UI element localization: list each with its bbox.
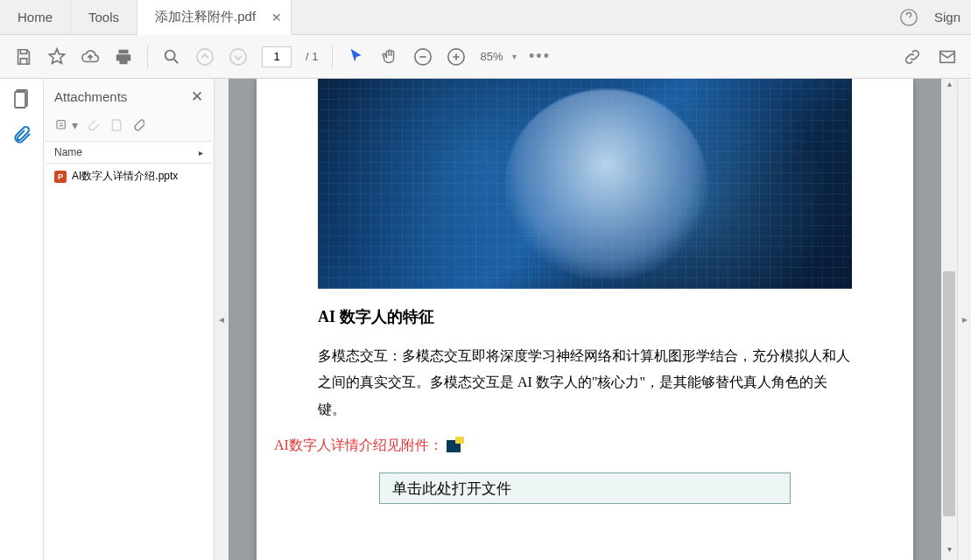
separator [332,45,333,69]
cloud-icon[interactable] [81,47,100,66]
zoom-in-icon[interactable] [447,47,466,66]
collapse-right-icon[interactable]: ▸ [957,79,971,560]
open-attachment-icon[interactable] [87,118,101,132]
hand-icon[interactable] [380,47,399,66]
zoom-out-icon[interactable] [413,47,433,66]
svg-point-1 [165,50,175,60]
powerpoint-file-icon: P [54,171,67,183]
document-viewport[interactable]: AI 数字人的特征 多模态交互：多模态交互即将深度学习神经网络和计算机图形学结合… [229,79,941,560]
doc-heading: AI 数字人的特征 [318,306,852,327]
add-attachment-icon[interactable] [132,118,146,132]
pdf-page: AI 数字人的特征 多模态交互：多模态交互即将深度学习神经网络和计算机图形学结合… [257,79,913,560]
thumbnails-icon[interactable] [11,88,32,108]
attachment-reference-label: AI数字人详情介绍见附件： [274,438,443,452]
save-icon[interactable] [14,47,33,66]
hero-image [318,79,852,289]
mail-icon[interactable] [938,47,957,66]
tab-tools[interactable]: Tools [71,0,137,35]
column-header-name[interactable]: Name ▸ [46,142,212,164]
star-icon[interactable] [47,47,67,66]
svg-point-2 [197,48,213,64]
sidepanel-title: Attachments [54,89,191,104]
tab-document[interactable]: 添加注释附件.pdf ✕ [137,0,292,35]
help-icon[interactable] [899,8,918,27]
signin-link[interactable]: Sign [934,10,960,24]
zoom-dropdown-icon[interactable]: ▾ [512,52,517,61]
attachment-filename: AI数字人详情介绍.pptx [72,169,178,184]
page-up-icon[interactable] [195,47,215,66]
zoom-value[interactable]: 85% [480,50,503,63]
svg-rect-9 [57,121,65,129]
scroll-up-icon[interactable]: ▴ [941,79,957,94]
search-icon[interactable] [162,47,181,66]
page-down-icon[interactable] [229,47,248,66]
svg-rect-8 [15,92,25,108]
page-total: / 1 [306,50,318,63]
page-number-input[interactable] [262,46,292,67]
scrollbar-thumb[interactable] [943,271,955,516]
close-icon[interactable]: ✕ [271,10,282,24]
tab-home[interactable]: Home [0,0,71,35]
print-icon[interactable] [114,47,133,66]
attachment-annotation-icon[interactable] [447,440,461,452]
pointer-icon[interactable] [347,47,366,66]
scroll-down-icon[interactable]: ▾ [941,544,957,560]
vertical-scrollbar[interactable]: ▴ ▾ [941,79,957,560]
attachment-list-item[interactable]: P AI数字人详情介绍.pptx [46,164,212,189]
attachment-icon[interactable] [11,124,32,145]
separator [147,45,148,69]
collapse-left-icon[interactable]: ◂ [215,79,229,560]
open-file-button[interactable]: 单击此处打开文件 [379,472,791,504]
doc-tab-title: 添加注释附件.pdf [155,9,256,25]
close-icon[interactable]: ✕ [191,88,203,106]
view-options-icon[interactable]: ▾ [54,118,78,132]
svg-point-0 [901,9,917,24]
save-attachment-icon[interactable] [109,118,123,132]
chevron-right-icon: ▸ [199,148,203,158]
link-icon[interactable] [903,47,922,66]
svg-point-3 [230,48,246,64]
doc-paragraph: 多模态交互：多模态交互即将深度学习神经网络和计算机图形学结合，充分模拟人和人之间… [318,343,852,423]
more-icon[interactable]: ••• [531,47,550,66]
